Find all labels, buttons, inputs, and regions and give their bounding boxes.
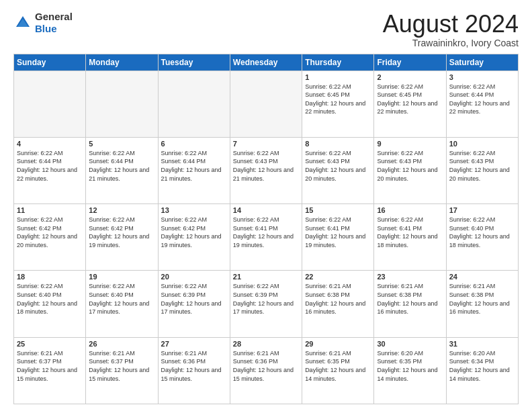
- day-number: 26: [89, 340, 154, 348]
- week-row-3: 11Sunrise: 6:22 AM Sunset: 6:42 PM Dayli…: [14, 204, 519, 271]
- day-number: 7: [233, 140, 299, 148]
- day-number: 15: [305, 206, 371, 214]
- day-info: Sunrise: 6:22 AM Sunset: 6:43 PM Dayligh…: [449, 149, 515, 183]
- day-cell: 9Sunrise: 6:22 AM Sunset: 6:43 PM Daylig…: [374, 137, 446, 203]
- day-info: Sunrise: 6:20 AM Sunset: 6:34 PM Dayligh…: [449, 349, 515, 383]
- day-number: 10: [449, 140, 515, 148]
- col-sunday: Sunday: [14, 54, 86, 71]
- day-number: 6: [161, 140, 227, 148]
- day-number: 24: [449, 273, 515, 281]
- calendar-table: Sunday Monday Tuesday Wednesday Thursday…: [13, 54, 519, 404]
- day-cell: 16Sunrise: 6:22 AM Sunset: 6:41 PM Dayli…: [374, 204, 446, 271]
- day-cell: 4Sunrise: 6:22 AM Sunset: 6:44 PM Daylig…: [14, 137, 86, 203]
- day-info: Sunrise: 6:22 AM Sunset: 6:44 PM Dayligh…: [89, 149, 154, 183]
- day-number: 21: [233, 273, 299, 281]
- day-info: Sunrise: 6:22 AM Sunset: 6:43 PM Dayligh…: [233, 149, 299, 183]
- day-cell: 30Sunrise: 6:20 AM Sunset: 6:35 PM Dayli…: [374, 337, 446, 404]
- day-cell: 22Sunrise: 6:21 AM Sunset: 6:38 PM Dayli…: [302, 271, 374, 337]
- col-wednesday: Wednesday: [230, 54, 302, 71]
- day-info: Sunrise: 6:22 AM Sunset: 6:44 PM Dayligh…: [161, 149, 227, 183]
- day-cell: 5Sunrise: 6:22 AM Sunset: 6:44 PM Daylig…: [86, 137, 158, 203]
- header: General Blue August 2024 Trawaininkro, I…: [13, 11, 519, 48]
- day-info: Sunrise: 6:22 AM Sunset: 6:43 PM Dayligh…: [305, 149, 371, 183]
- day-info: Sunrise: 6:22 AM Sunset: 6:40 PM Dayligh…: [89, 282, 154, 316]
- day-number: 25: [17, 340, 83, 348]
- week-row-4: 18Sunrise: 6:22 AM Sunset: 6:40 PM Dayli…: [14, 271, 519, 337]
- day-cell: 13Sunrise: 6:22 AM Sunset: 6:42 PM Dayli…: [158, 204, 230, 271]
- day-cell: 29Sunrise: 6:21 AM Sunset: 6:35 PM Dayli…: [302, 337, 374, 404]
- day-cell: [86, 71, 158, 137]
- day-cell: 27Sunrise: 6:21 AM Sunset: 6:36 PM Dayli…: [158, 337, 230, 404]
- day-info: Sunrise: 6:22 AM Sunset: 6:45 PM Dayligh…: [305, 83, 371, 116]
- day-info: Sunrise: 6:21 AM Sunset: 6:38 PM Dayligh…: [449, 282, 515, 316]
- day-cell: [158, 71, 230, 137]
- col-tuesday: Tuesday: [158, 54, 230, 71]
- day-number: 14: [233, 206, 299, 214]
- day-number: 3: [449, 73, 515, 81]
- day-number: 19: [89, 273, 154, 281]
- day-info: Sunrise: 6:22 AM Sunset: 6:40 PM Dayligh…: [449, 216, 515, 249]
- day-cell: 24Sunrise: 6:21 AM Sunset: 6:38 PM Dayli…: [446, 271, 518, 337]
- day-number: 22: [305, 273, 371, 281]
- day-cell: 6Sunrise: 6:22 AM Sunset: 6:44 PM Daylig…: [158, 137, 230, 203]
- day-cell: 11Sunrise: 6:22 AM Sunset: 6:42 PM Dayli…: [14, 204, 86, 271]
- title-block: August 2024 Trawaininkro, Ivory Coast: [383, 11, 519, 48]
- day-number: 20: [161, 273, 227, 281]
- day-info: Sunrise: 6:22 AM Sunset: 6:44 PM Dayligh…: [449, 83, 515, 116]
- day-info: Sunrise: 6:21 AM Sunset: 6:38 PM Dayligh…: [305, 282, 371, 316]
- day-number: 8: [305, 140, 371, 148]
- day-number: 1: [305, 73, 371, 81]
- day-cell: 31Sunrise: 6:20 AM Sunset: 6:34 PM Dayli…: [446, 337, 518, 404]
- day-number: 23: [377, 273, 443, 281]
- logo-icon: [13, 13, 32, 32]
- day-info: Sunrise: 6:22 AM Sunset: 6:41 PM Dayligh…: [377, 216, 443, 249]
- calendar-title: August 2024: [383, 11, 519, 38]
- day-cell: 23Sunrise: 6:21 AM Sunset: 6:38 PM Dayli…: [374, 271, 446, 337]
- day-info: Sunrise: 6:22 AM Sunset: 6:41 PM Dayligh…: [305, 216, 371, 249]
- day-cell: 8Sunrise: 6:22 AM Sunset: 6:43 PM Daylig…: [302, 137, 374, 203]
- col-saturday: Saturday: [446, 54, 518, 71]
- logo-blue-text: Blue: [35, 23, 57, 34]
- day-number: 4: [17, 140, 83, 148]
- day-info: Sunrise: 6:22 AM Sunset: 6:44 PM Dayligh…: [17, 149, 83, 183]
- col-friday: Friday: [374, 54, 446, 71]
- day-number: 2: [377, 73, 443, 81]
- day-info: Sunrise: 6:22 AM Sunset: 6:41 PM Dayligh…: [233, 216, 299, 249]
- day-info: Sunrise: 6:21 AM Sunset: 6:38 PM Dayligh…: [377, 282, 443, 316]
- day-number: 18: [17, 273, 83, 281]
- day-cell: 2Sunrise: 6:22 AM Sunset: 6:45 PM Daylig…: [374, 71, 446, 137]
- week-row-5: 25Sunrise: 6:21 AM Sunset: 6:37 PM Dayli…: [14, 337, 519, 404]
- day-cell: 12Sunrise: 6:22 AM Sunset: 6:42 PM Dayli…: [86, 204, 158, 271]
- day-cell: 21Sunrise: 6:22 AM Sunset: 6:39 PM Dayli…: [230, 271, 302, 337]
- col-monday: Monday: [86, 54, 158, 71]
- day-info: Sunrise: 6:21 AM Sunset: 6:35 PM Dayligh…: [305, 349, 371, 383]
- day-info: Sunrise: 6:21 AM Sunset: 6:37 PM Dayligh…: [89, 349, 154, 383]
- week-row-2: 4Sunrise: 6:22 AM Sunset: 6:44 PM Daylig…: [14, 137, 519, 203]
- day-number: 13: [161, 206, 227, 214]
- col-thursday: Thursday: [302, 54, 374, 71]
- day-cell: 28Sunrise: 6:21 AM Sunset: 6:36 PM Dayli…: [230, 337, 302, 404]
- day-number: 31: [449, 340, 515, 348]
- day-info: Sunrise: 6:22 AM Sunset: 6:40 PM Dayligh…: [17, 282, 83, 316]
- day-cell: 20Sunrise: 6:22 AM Sunset: 6:39 PM Dayli…: [158, 271, 230, 337]
- day-info: Sunrise: 6:22 AM Sunset: 6:42 PM Dayligh…: [17, 216, 83, 249]
- day-info: Sunrise: 6:22 AM Sunset: 6:43 PM Dayligh…: [377, 149, 443, 183]
- day-number: 30: [377, 340, 443, 348]
- day-cell: 17Sunrise: 6:22 AM Sunset: 6:40 PM Dayli…: [446, 204, 518, 271]
- day-number: 28: [233, 340, 299, 348]
- day-cell: 1Sunrise: 6:22 AM Sunset: 6:45 PM Daylig…: [302, 71, 374, 137]
- day-cell: 14Sunrise: 6:22 AM Sunset: 6:41 PM Dayli…: [230, 204, 302, 271]
- day-number: 29: [305, 340, 371, 348]
- day-cell: 7Sunrise: 6:22 AM Sunset: 6:43 PM Daylig…: [230, 137, 302, 203]
- day-info: Sunrise: 6:21 AM Sunset: 6:36 PM Dayligh…: [233, 349, 299, 383]
- day-info: Sunrise: 6:22 AM Sunset: 6:45 PM Dayligh…: [377, 83, 443, 116]
- day-number: 12: [89, 206, 154, 214]
- day-info: Sunrise: 6:22 AM Sunset: 6:39 PM Dayligh…: [233, 282, 299, 316]
- day-cell: 3Sunrise: 6:22 AM Sunset: 6:44 PM Daylig…: [446, 71, 518, 137]
- day-info: Sunrise: 6:22 AM Sunset: 6:39 PM Dayligh…: [161, 282, 227, 316]
- day-number: 9: [377, 140, 443, 148]
- week-row-1: 1Sunrise: 6:22 AM Sunset: 6:45 PM Daylig…: [14, 71, 519, 137]
- day-cell: 10Sunrise: 6:22 AM Sunset: 6:43 PM Dayli…: [446, 137, 518, 203]
- day-cell: 25Sunrise: 6:21 AM Sunset: 6:37 PM Dayli…: [14, 337, 86, 404]
- day-info: Sunrise: 6:22 AM Sunset: 6:42 PM Dayligh…: [89, 216, 154, 249]
